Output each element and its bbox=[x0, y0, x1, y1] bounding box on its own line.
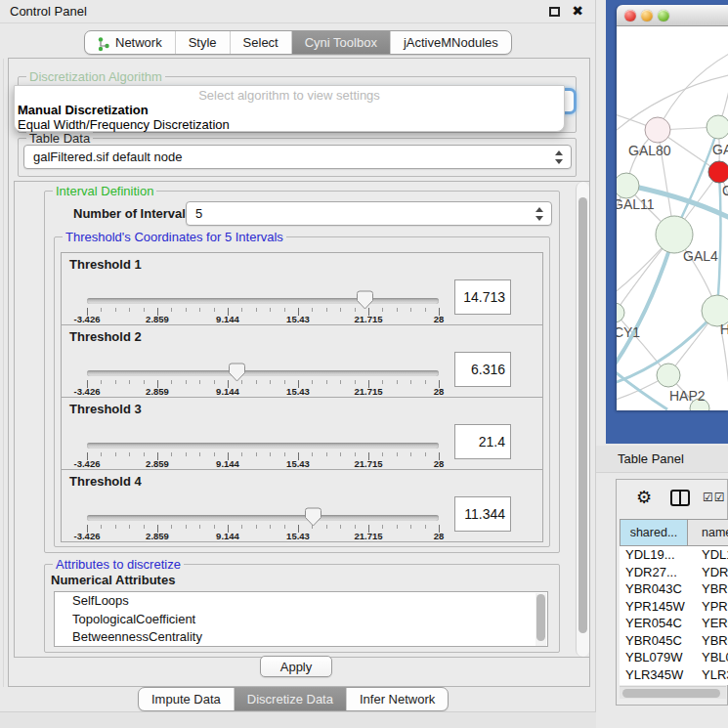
table-panel: ⚙ ☑☑ shared... name YDL19...YDL1 YDR27..… bbox=[616, 479, 728, 706]
algorithm-dropdown-popup: Select algorithm to view settings Manual… bbox=[14, 85, 565, 132]
node-label: C bbox=[722, 183, 728, 198]
slider-scale-labels: -3.4262.8599.14415.4321.71528 bbox=[87, 531, 439, 542]
apply-button[interactable]: Apply bbox=[260, 656, 332, 677]
table-row[interactable]: YER054CYER0 bbox=[620, 615, 728, 632]
node-table: shared... name YDL19...YDL1 YDR27...YDR2… bbox=[620, 519, 728, 685]
threshold-2-slider-track[interactable] bbox=[87, 370, 439, 376]
tab-jactivemnodules[interactable]: jActiveMNodules bbox=[390, 31, 511, 54]
dropdown-option-manual[interactable]: Manual Discretization bbox=[18, 103, 149, 117]
gear-icon[interactable]: ⚙ bbox=[636, 487, 652, 508]
threshold-4-slider-track[interactable] bbox=[87, 515, 439, 521]
column-header-shared-name[interactable]: shared... bbox=[620, 519, 688, 546]
dropdown-hint: Select algorithm to view settings bbox=[15, 88, 564, 103]
node-label: GA bbox=[712, 142, 728, 157]
network-canvas[interactable]: GAL80 GA C GAL11 GAL4 GCY1 H HAP2 bbox=[617, 26, 728, 410]
tab-impute-data[interactable]: Impute Data bbox=[139, 688, 234, 710]
threshold-1-slider-thumb[interactable] bbox=[357, 290, 373, 310]
minimize-traffic-light-icon[interactable] bbox=[641, 10, 653, 21]
tab-discretize-data[interactable]: Discretize Data bbox=[234, 688, 346, 710]
threshold-1-label: Threshold 1 bbox=[69, 257, 142, 272]
interval-definition-title: Interval Definition bbox=[53, 184, 156, 198]
scrollbar-thumb[interactable] bbox=[622, 689, 720, 698]
node-label: HAP2 bbox=[669, 388, 706, 404]
scrollbar-thumb[interactable] bbox=[578, 197, 587, 633]
close-traffic-light-icon[interactable] bbox=[624, 10, 636, 21]
node-label: GCY1 bbox=[617, 324, 640, 340]
tab-network[interactable]: Network bbox=[85, 31, 175, 54]
network-window-frame: GAL80 GA C GAL11 GAL4 GCY1 H HAP2 bbox=[606, 0, 728, 444]
table-toolbar: ⚙ ☑☑ bbox=[617, 480, 727, 517]
numerical-attributes-label: Numerical Attributes bbox=[51, 573, 175, 587]
tab-style[interactable]: Style bbox=[175, 31, 230, 54]
zoom-traffic-light-icon[interactable] bbox=[658, 10, 669, 21]
vertical-scrollbar[interactable] bbox=[576, 182, 589, 657]
tab-infer-network[interactable]: Infer Network bbox=[346, 688, 448, 710]
table-header-row: shared... name bbox=[620, 519, 728, 546]
node-gal11[interactable] bbox=[617, 173, 639, 198]
network-icon bbox=[98, 37, 110, 52]
number-of-intervals-combobox[interactable]: 5 bbox=[186, 201, 552, 226]
threshold-2-value-field[interactable]: 6.316 bbox=[454, 352, 511, 387]
close-icon[interactable]: ✖ bbox=[572, 3, 583, 19]
top-tabbar: Network Style Select Cyni Toolbox jActiv… bbox=[84, 30, 512, 55]
network-window-titlebar[interactable] bbox=[617, 5, 728, 26]
column-header-name[interactable]: name bbox=[688, 519, 728, 546]
node-label: H bbox=[720, 321, 728, 337]
list-item[interactable]: BetweennessCentrality bbox=[55, 628, 547, 647]
threshold-3-value-field[interactable]: 21.4 bbox=[454, 424, 511, 459]
threshold-panel-4: Threshold 4 -3.4262.8599.14415.4321.7152… bbox=[61, 469, 543, 542]
attributes-group-title: Attributes to discretize bbox=[53, 557, 184, 572]
panel-title: Control Panel bbox=[10, 4, 87, 19]
node-selected-red[interactable] bbox=[708, 161, 728, 183]
table-row[interactable]: YIL052CYIL0 bbox=[620, 683, 728, 685]
threshold-4-value-field[interactable]: 11.344 bbox=[454, 496, 511, 532]
threshold-4-slider-thumb[interactable] bbox=[305, 507, 321, 527]
table-row[interactable]: YPR145WYPR1 bbox=[620, 598, 728, 616]
control-panel: Control Panel ✖ Network Style Select Cyn… bbox=[0, 0, 596, 728]
threshold-panel-2: Threshold 2 -3.4262.8599.14415.4321.7152… bbox=[61, 324, 543, 398]
table-panel-title: Table Panel bbox=[618, 451, 684, 466]
table-data-combobox[interactable]: galFiltered.sif default node bbox=[23, 145, 572, 169]
node-gcy1[interactable] bbox=[617, 303, 624, 322]
table-data-group-title: Table Data bbox=[26, 131, 93, 146]
tab-cyni-toolbox[interactable]: Cyni Toolbox bbox=[291, 31, 390, 54]
threshold-1-value-field[interactable]: 14.713 bbox=[454, 279, 511, 315]
threshold-3-label: Threshold 3 bbox=[69, 402, 142, 416]
node-label: GAL80 bbox=[628, 143, 671, 158]
node-gal80[interactable] bbox=[645, 117, 670, 143]
list-scrollbar[interactable] bbox=[535, 593, 546, 646]
split-columns-icon[interactable] bbox=[670, 490, 690, 506]
list-item[interactable]: SelfLoops bbox=[55, 592, 547, 611]
table-row[interactable]: YBR043CYBR0 bbox=[620, 580, 728, 598]
combo-arrows-icon bbox=[535, 206, 544, 222]
float-window-icon[interactable] bbox=[549, 7, 560, 17]
dropdown-option-equal-width[interactable]: Equal Width/Frequency Discretization bbox=[18, 117, 230, 132]
table-row[interactable]: YDR27...YDR2 bbox=[620, 564, 728, 581]
number-of-intervals-value: 5 bbox=[195, 206, 202, 221]
threshold-panel-1: Threshold 1 -3.4262.8599.14415.4321.7152… bbox=[61, 252, 543, 325]
horizontal-scrollbar[interactable] bbox=[620, 686, 726, 699]
status-strip bbox=[0, 711, 596, 728]
network-window: GAL80 GA C GAL11 GAL4 GCY1 H HAP2 bbox=[617, 5, 728, 410]
number-of-intervals-label: Number of Intervals bbox=[73, 206, 193, 221]
panel-edge-line bbox=[3, 59, 4, 687]
table-row[interactable]: YBL079WYBL0 bbox=[620, 649, 728, 666]
table-row[interactable]: YBR045CYBR0 bbox=[620, 632, 728, 650]
threshold-4-label: Threshold 4 bbox=[69, 474, 142, 489]
node-hap2[interactable] bbox=[657, 364, 680, 387]
select-columns-icon[interactable]: ☑☑ bbox=[703, 491, 726, 504]
control-panel-titlebar: Control Panel ✖ bbox=[0, 0, 595, 23]
node-label: GAL4 bbox=[683, 248, 718, 264]
list-item[interactable]: TopologicalCoefficient bbox=[55, 611, 547, 629]
numerical-attributes-list[interactable]: SelfLoops TopologicalCoefficient Between… bbox=[54, 591, 548, 647]
table-row[interactable]: YLR345WYLR3 bbox=[620, 666, 728, 684]
threshold-1-slider-track[interactable] bbox=[87, 298, 439, 304]
tab-select[interactable]: Select bbox=[230, 31, 291, 54]
algorithm-group-title: Discretization Algorithm bbox=[26, 69, 165, 84]
node-green[interactable] bbox=[707, 115, 728, 139]
threshold-2-slider-thumb[interactable] bbox=[229, 363, 245, 382]
thresholds-group-title: Threshold's Coordinates for 5 Intervals bbox=[63, 230, 286, 244]
scrollbar-thumb[interactable] bbox=[536, 594, 545, 641]
table-row[interactable]: YDL19...YDL1 bbox=[620, 546, 728, 564]
threshold-3-slider-track[interactable] bbox=[87, 443, 439, 449]
